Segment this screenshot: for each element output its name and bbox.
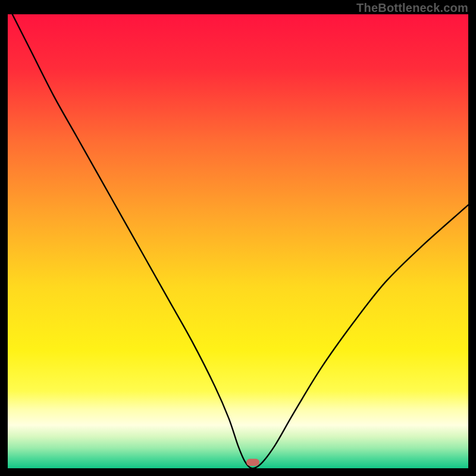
chart-frame: TheBottleneck.com — [0, 0, 476, 476]
watermark-text: TheBottleneck.com — [356, 1, 468, 15]
plot-area — [8, 14, 468, 468]
bottleneck-curve — [8, 14, 468, 468]
optimal-marker — [246, 459, 259, 466]
